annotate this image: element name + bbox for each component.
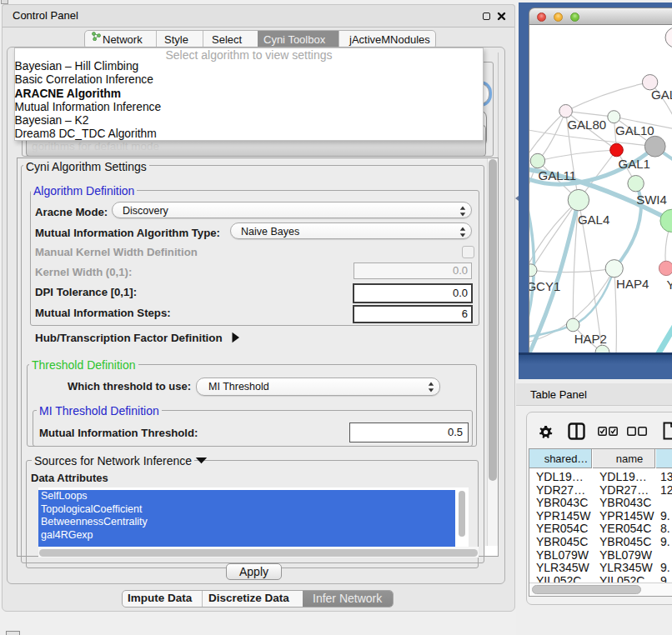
svg-text:GAL4: GAL4	[578, 212, 609, 227]
svg-text:GAL10: GAL10	[615, 123, 654, 138]
svg-text:GAL11: GAL11	[539, 168, 577, 182]
svg-text:GAL80: GAL80	[567, 118, 606, 132]
svg-text:Y: Y	[666, 278, 672, 292]
svg-text:SWI4: SWI4	[636, 192, 667, 207]
svg-text:GAL1: GAL1	[619, 157, 650, 171]
svg-text:HAP4: HAP4	[616, 277, 649, 291]
svg-text:GAL2: GAL2	[651, 88, 672, 102]
svg-text:HAP2: HAP2	[574, 332, 607, 346]
svg-text:GCY1: GCY1	[529, 279, 560, 293]
